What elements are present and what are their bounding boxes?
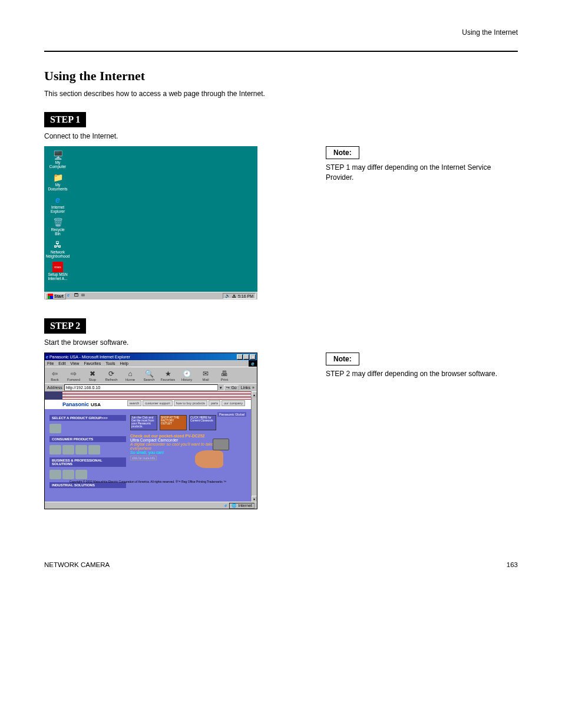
step2-note-label: Note: bbox=[326, 353, 359, 365]
window-title-bar: e Panasonic USA - Microsoft Internet Exp… bbox=[45, 353, 257, 360]
mail-button[interactable]: ✉Mail bbox=[198, 370, 213, 381]
menu-file[interactable]: File bbox=[47, 361, 54, 365]
links-label[interactable]: Links bbox=[241, 386, 250, 390]
taskbar: Start e 🗔 ✉ 🔊 🖧 5:16 PM bbox=[44, 292, 257, 299]
step1-description: Connect to the Internet. bbox=[44, 132, 518, 140]
desktop-screenshot: 🖥️My Computer 📁My Documents eInternet Ex… bbox=[44, 146, 257, 299]
maximize-button[interactable]: □ bbox=[243, 354, 249, 360]
nav-support[interactable]: customer support bbox=[143, 400, 173, 406]
search-button[interactable]: 🔍Search bbox=[141, 370, 157, 381]
product-groups: SELECT A PRODUCT GROUP>>> CONSUMER PRODU… bbox=[49, 415, 126, 488]
desktop-icons: 🖥️My Computer 📁My Documents eInternet Ex… bbox=[48, 150, 68, 281]
minimize-button[interactable]: _ bbox=[237, 354, 243, 360]
header-rule bbox=[44, 51, 518, 52]
step1-note-label: Note: bbox=[326, 146, 359, 159]
more-info-link[interactable]: click for more info bbox=[130, 456, 157, 460]
window-title: Panasonic USA - Microsoft Internet Explo… bbox=[49, 355, 130, 359]
address-input[interactable]: http://192.168.0.10 bbox=[64, 384, 219, 391]
step2-label: STEP 2 bbox=[44, 318, 86, 334]
tray-modem-icon[interactable]: 🖧 bbox=[232, 294, 236, 298]
status-bar: e 🌐 Internet bbox=[45, 502, 257, 509]
scroll-down-icon[interactable]: ▾ bbox=[252, 496, 257, 502]
close-button[interactable]: ✕ bbox=[250, 354, 256, 360]
my-documents-icon[interactable]: 📁My Documents bbox=[48, 172, 68, 191]
flag-banner bbox=[45, 391, 251, 400]
step1-label: STEP 1 bbox=[44, 112, 86, 127]
internet-explorer-icon[interactable]: eInternet Explorer bbox=[48, 195, 68, 213]
promo-outlet[interactable]: SHOP AT THE FACTORY OUTLET bbox=[160, 415, 187, 430]
thumb-icon[interactable] bbox=[88, 445, 100, 454]
menu-help[interactable]: Help bbox=[120, 361, 128, 365]
global-link[interactable]: Panasonic Global bbox=[217, 412, 246, 417]
menu-favorites[interactable]: Favorites bbox=[84, 361, 101, 365]
address-bar: Address http://192.168.0.10 ▾ ↪ Go Links… bbox=[45, 383, 257, 391]
refresh-button[interactable]: ⟳Refresh bbox=[104, 370, 119, 381]
toolbar: ⇦Back ⇨Forward ✖Stop ⟳Refresh ⌂Home 🔍Sea… bbox=[45, 367, 257, 383]
scrollbar[interactable]: ▴ ▾ bbox=[251, 391, 257, 502]
menu-bar: File Edit View Favorites Tools Help bbox=[45, 360, 249, 367]
webpage-nav: search customer support how to buy produ… bbox=[127, 400, 245, 406]
menu-tools[interactable]: Tools bbox=[105, 361, 115, 365]
go-button[interactable]: ↪ Go bbox=[224, 385, 239, 391]
address-label: Address bbox=[47, 386, 62, 390]
page-footer: NETWORK CAMERA 163 bbox=[0, 561, 562, 578]
thumb-icon[interactable] bbox=[49, 445, 61, 454]
section-select[interactable]: SELECT A PRODUCT GROUP>>> bbox=[49, 415, 126, 421]
brand-sub: USA bbox=[91, 402, 101, 407]
start-button[interactable]: Start bbox=[45, 293, 66, 299]
nav-company[interactable]: our company bbox=[222, 400, 245, 406]
thumb-icon[interactable] bbox=[49, 424, 61, 433]
nav-parts[interactable]: parts bbox=[209, 400, 220, 406]
network-neighborhood-icon[interactable]: 🖧Network Neighborhood bbox=[48, 239, 68, 258]
copyright-text: Copyright © 2002 Matsushita Electric Cor… bbox=[45, 480, 251, 483]
links-chevron-icon[interactable]: » bbox=[252, 386, 254, 390]
webpage-content: Panasonic USA search customer support ho… bbox=[45, 391, 251, 502]
section-subtitle: This section describes how to access a w… bbox=[44, 90, 518, 98]
tray-volume-icon[interactable]: 🔊 bbox=[225, 294, 230, 298]
nav-search[interactable]: search bbox=[127, 400, 142, 406]
step2-description: Start the browser software. bbox=[44, 338, 518, 347]
stop-button[interactable]: ✖Stop bbox=[85, 370, 100, 381]
zone-indicator: 🌐 Internet bbox=[229, 503, 254, 509]
section-consumer[interactable]: CONSUMER PRODUCTS bbox=[49, 436, 126, 442]
thumb-icon[interactable] bbox=[75, 470, 87, 479]
quicklaunch-desktop-icon[interactable]: 🗔 bbox=[74, 293, 80, 299]
globe-icon: 🌐 bbox=[232, 503, 237, 508]
promo-row: Join the Club and Get the most from your… bbox=[130, 415, 216, 430]
menu-edit[interactable]: Edit bbox=[58, 361, 65, 365]
recycle-bin-icon[interactable]: 🗑️Recycle Bin bbox=[48, 217, 68, 236]
thumb-icon[interactable] bbox=[62, 470, 74, 479]
address-dropdown-icon[interactable]: ▾ bbox=[220, 386, 222, 390]
my-computer-icon[interactable]: 🖥️My Computer bbox=[48, 150, 68, 169]
tray-clock: 5:16 PM bbox=[238, 294, 253, 298]
home-button[interactable]: ⌂Home bbox=[123, 370, 138, 381]
status-ie-icon: e bbox=[224, 503, 227, 508]
forward-button[interactable]: ⇨Forward bbox=[66, 370, 81, 381]
section-title: Using the Internet bbox=[44, 68, 518, 84]
section-business[interactable]: BUSINESS & PROFESSIONAL SOLUTIONS bbox=[49, 457, 126, 467]
quicklaunch-outlook-icon[interactable]: ✉ bbox=[81, 293, 87, 299]
quicklaunch-ie-icon[interactable]: e bbox=[67, 293, 73, 299]
nav-howtobuy[interactable]: how to buy products bbox=[174, 400, 207, 406]
footer-left: NETWORK CAMERA bbox=[44, 561, 110, 568]
thumb-icon[interactable] bbox=[62, 445, 74, 454]
system-tray: 🔊 🖧 5:16 PM bbox=[223, 293, 256, 299]
scroll-up-icon[interactable]: ▴ bbox=[252, 391, 257, 397]
step2-note-text: STEP 2 may differ depending on the brows… bbox=[326, 369, 518, 379]
thumb-icon[interactable] bbox=[49, 470, 61, 479]
promo-closeouts[interactable]: CLICK HERE for Current Closeouts bbox=[189, 415, 216, 430]
print-button[interactable]: 🖶Print bbox=[217, 370, 232, 381]
setup-msn-icon[interactable]: msnSetup MSN Internet A... bbox=[48, 262, 68, 281]
menu-view[interactable]: View bbox=[70, 361, 79, 365]
brand-logo: Panasonic bbox=[62, 401, 89, 407]
ie-title-icon: e bbox=[46, 355, 48, 359]
browser-screenshot: e Panasonic USA - Microsoft Internet Exp… bbox=[44, 353, 257, 509]
footer-page-number: 163 bbox=[507, 561, 518, 568]
ie-throbber-icon: e bbox=[249, 360, 257, 367]
history-button[interactable]: 🕘History bbox=[179, 370, 194, 381]
thumb-icon[interactable] bbox=[75, 445, 87, 454]
back-button[interactable]: ⇦Back bbox=[47, 370, 62, 381]
header-right: Using the Internet bbox=[44, 28, 518, 37]
favorites-button[interactable]: ★Favorites bbox=[160, 370, 176, 381]
promo-club[interactable]: Join the Club and Get the most from your… bbox=[130, 415, 157, 430]
